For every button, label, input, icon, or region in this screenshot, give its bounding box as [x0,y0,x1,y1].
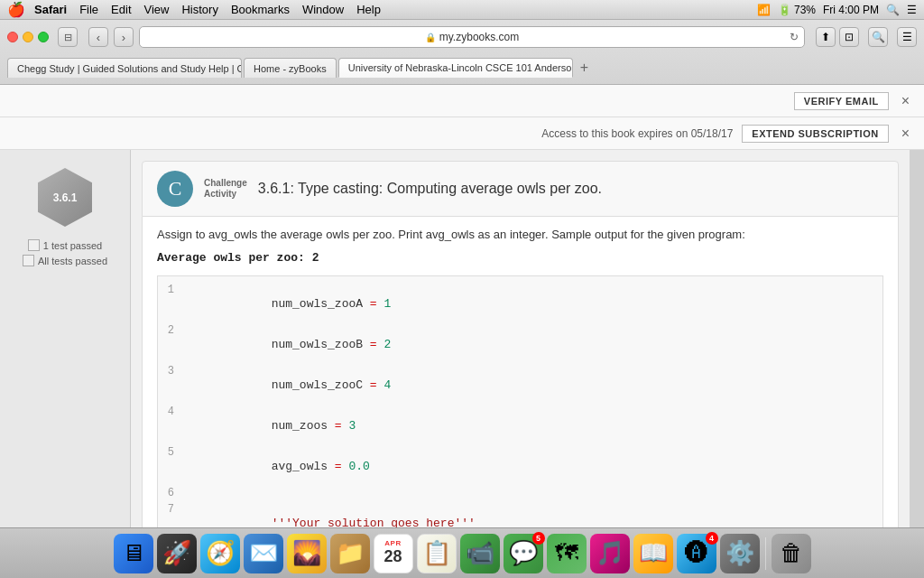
share-button[interactable]: ⬆ [816,27,836,47]
code-line-2: 2 num_owls_zooB = 2 [158,324,882,365]
sidebar-toggle-button[interactable]: ⊟ [58,27,78,47]
dock-ibooks[interactable]: 📖 [633,534,673,573]
dock-mail[interactable]: ✉️ [244,534,283,573]
description-text: Assign to avg_owls the average owls per … [157,226,883,244]
dock-launchpad[interactable]: 🚀 [157,534,197,573]
sample-output: Average owls per zoo: 2 [157,251,883,265]
search-icon[interactable]: 🔍 [886,4,900,16]
extension-button[interactable]: ☰ [897,27,917,47]
sidebar: 3.6.1 1 test passed All tests passed [0,150,131,527]
url-bar[interactable]: 🔒 my.zybooks.com ↻ [139,26,805,48]
content-area: 3.6.1 1 test passed All tests passed C C… [0,150,924,527]
code-line-4: 4 num_zoos = 3 [158,406,882,446]
subscription-bar: Access to this book expires on 05/18/17 … [0,117,924,150]
dock-divider [765,537,766,570]
browser-toolbar: ⊟ ‹ › 🔒 my.zybooks.com ↻ ⬆ ⊡ 🔍 ☰ [0,20,924,54]
dock-photos[interactable]: 🌄 [287,534,327,573]
menu-icon[interactable]: ☰ [907,4,917,16]
url-text: my.zybooks.com [439,31,519,43]
minimize-button[interactable] [23,32,33,42]
tab-home-zybooks[interactable]: Home - zyBooks [244,58,337,78]
line-number-7: 7 [158,503,183,516]
test-status-2: All tests passed [23,255,107,266]
line-content-7: '''Your solution goes here''' [183,503,882,528]
dock-files[interactable]: 📁 [330,534,370,573]
tab-bar: Chegg Study | Guided Solutions and Study… [0,54,924,78]
browser-actions: ⬆ ⊡ [816,27,859,47]
menubar-file[interactable]: File [79,3,98,16]
line-content-4: num_zoos = 3 [183,406,882,446]
menubar-help[interactable]: Help [356,3,381,16]
line-content-3: num_owls_zooC = 4 [183,365,882,406]
line-content-1: num_owls_zooA = 1 [183,284,882,324]
new-tab-plus-button[interactable]: + [580,60,588,78]
extend-subscription-button[interactable]: EXTEND SUBSCRIPTION [742,125,888,143]
line-number-5: 5 [158,446,183,459]
dock-trash[interactable]: 🗑 [772,534,811,573]
verify-email-button[interactable]: VERIFY EMAIL [794,92,889,110]
lock-icon: 🔒 [425,33,436,42]
dock-calendar[interactable]: APR 28 [374,534,413,573]
test2-label: All tests passed [38,256,107,266]
menubar-edit[interactable]: Edit [111,3,131,16]
dock-finder[interactable]: 🖥 [114,534,153,573]
menubar-view[interactable]: View [144,3,170,16]
tab-unl-csce[interactable]: University of Nebraska-Lincoln CSCE 101 … [338,58,573,78]
code-editor[interactable]: 1 num_owls_zooA = 1 2 num_owls_zooB = 2 … [157,275,883,528]
test-status-1: 1 test passed [28,239,102,251]
refresh-icon[interactable]: ↻ [790,31,799,43]
clock: Fri 4:00 PM [823,4,879,16]
dock-messages[interactable]: 💬 5 [504,534,543,573]
code-line-3: 3 num_owls_zooC = 4 [158,365,882,406]
code-line-1: 1 num_owls_zooA = 1 [158,284,882,324]
code-line-6: 6 [158,487,882,503]
menubar-safari[interactable]: Safari [34,3,67,16]
dock-appstore[interactable]: 🅐 4 [677,534,716,573]
maximize-button[interactable] [38,32,49,42]
search-button[interactable]: 🔍 [868,27,888,47]
menubar-history[interactable]: History [181,3,217,16]
dock-syspreferences[interactable]: ⚙️ [720,534,760,573]
test1-checkbox[interactable] [28,239,40,251]
new-tab-button[interactable]: ⊡ [839,27,859,47]
verify-email-bar: VERIFY EMAIL × [0,85,924,117]
right-scrollbar[interactable] [910,150,924,527]
code-line-5: 5 avg_owls = 0.0 [158,446,882,487]
subscription-close[interactable]: × [898,126,913,142]
traffic-lights [7,32,49,42]
line-content-5: avg_owls = 0.0 [183,446,882,487]
line-number-1: 1 [158,284,183,296]
dock: 🖥 🚀 🧭 ✉️ 🌄 📁 APR 28 📋 📹 💬 5 🗺 🎵 📖 🅐 4 [0,527,924,578]
apple-menu[interactable]: 🍎 [7,1,25,18]
menubar-bookmarks[interactable]: Bookmarks [231,3,290,16]
dock-facetime[interactable]: 📹 [460,534,500,573]
forward-button[interactable]: › [114,27,134,47]
messages-badge: 5 [532,532,545,545]
menubar-right: 📶 🔋 73% Fri 4:00 PM 🔍 ☰ [757,4,917,16]
activity-badge: 3.6.1 [38,168,92,227]
close-button[interactable] [7,32,18,42]
challenge-icon: C [157,171,193,207]
badge-number: 3.6.1 [53,191,78,204]
code-line-7: 7 '''Your solution goes here''' [158,503,882,528]
menubar-window[interactable]: Window [302,3,344,16]
dock-reminders[interactable]: 📋 [417,534,457,573]
browser-chrome: ⊟ ‹ › 🔒 my.zybooks.com ↻ ⬆ ⊡ 🔍 ☰ Chegg S… [0,20,924,85]
subscription-text: Access to this book expires on 05/18/17 [11,127,733,140]
line-number-4: 4 [158,406,183,418]
dock-itunes[interactable]: 🎵 [590,534,630,573]
code-container: Assign to avg_owls the average owls per … [142,217,899,527]
line-content-6 [183,487,882,500]
line-number-2: 2 [158,324,183,337]
back-button[interactable]: ‹ [88,27,108,47]
verify-email-close[interactable]: × [898,93,913,109]
dock-safari[interactable]: 🧭 [200,534,240,573]
test2-checkbox[interactable] [23,255,34,266]
tab-chegg[interactable]: Chegg Study | Guided Solutions and Study… [7,58,242,78]
challenge-title: 3.6.1: Type casting: Computing average o… [258,181,602,197]
main-panel: C Challenge Activity 3.6.1: Type casting… [131,150,910,527]
challenge-header: C Challenge Activity 3.6.1: Type casting… [142,161,899,217]
dock-maps[interactable]: 🗺 [547,534,587,573]
line-content-2: num_owls_zooB = 2 [183,324,882,365]
appstore-badge: 4 [706,532,718,545]
